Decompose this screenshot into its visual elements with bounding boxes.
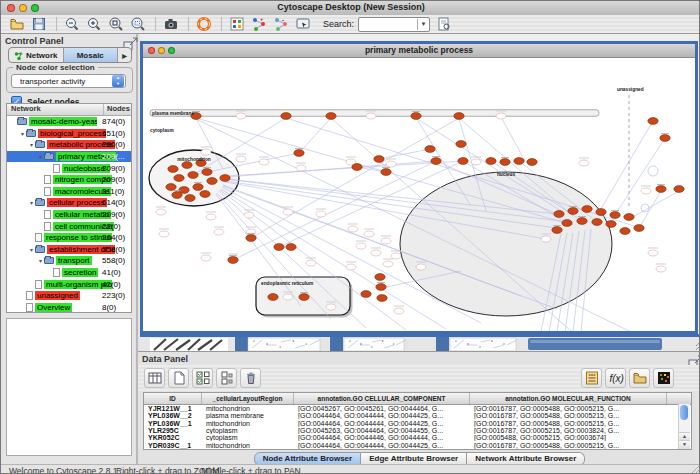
network-node[interactable] [299,294,309,301]
help-button[interactable] [194,16,214,33]
network-node[interactable] [458,158,468,165]
network-node[interactable] [377,295,387,302]
network-window-title-bar[interactable]: primary metabolic process [143,44,695,58]
column-header[interactable]: ID [144,393,202,404]
network-node[interactable] [376,284,386,291]
network-node[interactable] [214,229,224,235]
tree-row-nitrogen-compo[interactable]: nitrogen compo209(0) [7,174,131,186]
matrix-button[interactable] [653,368,674,388]
network-node[interactable] [425,146,435,153]
network-self-loop[interactable] [648,166,658,176]
network-node[interactable] [641,188,651,194]
select-attributes-button[interactable] [192,368,213,388]
network-node[interactable] [168,166,178,173]
network-node[interactable] [356,243,366,249]
network-view-window[interactable]: primary metabolic process plasma membran… [140,41,698,334]
network-node[interactable] [606,221,616,228]
network-node[interactable] [207,178,217,185]
attribute-list-button[interactable] [581,368,602,388]
network-node[interactable] [383,261,393,267]
network-node[interactable] [582,206,592,213]
network-self-loop[interactable] [641,204,649,212]
network-node[interactable] [286,244,296,251]
tree-row-macromolecule[interactable]: macromolecule311(0) [7,186,131,198]
network-node[interactable] [182,162,192,169]
network-node[interactable] [610,212,620,219]
tree-row-mosaic-demo-yeast[interactable]: mosaic-demo-yeast874(0) [7,116,131,128]
network-node[interactable] [374,156,384,163]
tree-row-secretion[interactable]: secretion41(0) [7,267,131,279]
network-node[interactable] [648,118,658,125]
network-node[interactable] [361,291,371,298]
network-node[interactable] [552,227,562,234]
network-node[interactable] [283,294,293,300]
network-canvas[interactable]: plasma membranecytoplasmmitochondrionnuc… [143,57,695,331]
network-node[interactable] [624,214,634,221]
network-node[interactable] [579,160,589,166]
network-node[interactable] [188,172,198,179]
network-node[interactable] [648,250,658,256]
network-node[interactable] [634,225,644,232]
network-node[interactable] [375,274,385,281]
network-node[interactable] [201,149,211,155]
network-node[interactable] [596,209,606,216]
network-node[interactable] [283,209,293,215]
network-node[interactable] [274,244,284,251]
network-node[interactable] [246,229,256,235]
open-session-button[interactable] [7,16,27,33]
tree-row-unassigned[interactable]: unassigned223(0) [7,290,131,302]
network-node[interactable] [411,113,421,120]
network-node[interactable] [500,159,510,166]
function-builder-button[interactable]: f(x) [605,368,626,388]
network-node[interactable] [541,236,551,242]
network-destroy-button[interactable]: - [271,16,291,33]
network-node[interactable] [364,231,374,237]
network-node[interactable] [259,159,269,165]
network-node[interactable] [228,257,238,264]
network-node[interactable] [568,208,578,215]
network-node[interactable] [371,250,381,256]
table-row[interactable]: YJR121W__1mitochondrion[GO:0045267, GO:0… [144,405,691,412]
network-node[interactable] [316,211,326,217]
tree-row-establishment-of-lo[interactable]: ▾establishment of lo558(0) [7,244,131,256]
network-node[interactable] [220,175,230,182]
delete-attribute-button[interactable] [240,368,261,388]
new-attribute-button[interactable] [168,368,189,388]
network-node[interactable] [386,161,396,167]
network-node[interactable] [236,156,246,162]
network-edit-button[interactable]: + [249,16,269,33]
network-node[interactable] [296,165,306,171]
network-node[interactable] [244,212,254,218]
column-header[interactable]: annotation.GO MOLECULAR_FUNCTION [470,393,667,404]
network-node[interactable] [159,231,169,237]
network-node[interactable] [656,266,666,272]
network-node[interactable] [193,184,203,191]
network-node[interactable] [496,113,506,119]
network-node[interactable] [381,169,391,176]
tree-row-biological-process[interactable]: ▾biological_process651(0) [7,128,131,140]
network-node[interactable] [201,255,211,261]
network-edge[interactable] [379,149,430,159]
table-row[interactable]: YDR039C__1mitochondrion[GO:0044464, GO:0… [144,441,691,448]
network-node[interactable] [660,135,670,142]
network-edge[interactable] [639,191,661,228]
zoom-fit-button[interactable] [106,16,126,33]
network-node[interactable] [174,175,184,182]
table-scrollbar[interactable]: ▲ ▼ [678,404,690,449]
network-node[interactable] [156,209,166,215]
enhanced-search-button[interactable] [434,16,454,33]
network-node[interactable] [527,159,537,166]
network-node[interactable] [326,113,336,120]
node-color-dropdown[interactable]: transporter activity ▲▼ [11,74,126,88]
scrollbar-thumb[interactable] [680,405,688,420]
network-node[interactable] [656,186,666,193]
network-node[interactable] [620,228,630,235]
dropdown-stepper-icon[interactable]: ▲▼ [112,75,124,87]
network-node[interactable] [236,113,246,119]
expand-arrow-icon[interactable]: ▾ [19,130,26,137]
tree-row-cellular-metabo[interactable]: cellular metabo209(0) [7,209,131,221]
table-row[interactable]: YKR052Ccytoplasm[GO:0044464, GO:0044446,… [144,434,691,441]
tree-row-metabolic-process[interactable]: ▾metabolic process280(0) [7,139,131,151]
network-node[interactable] [577,218,587,225]
network-node[interactable] [381,238,391,244]
